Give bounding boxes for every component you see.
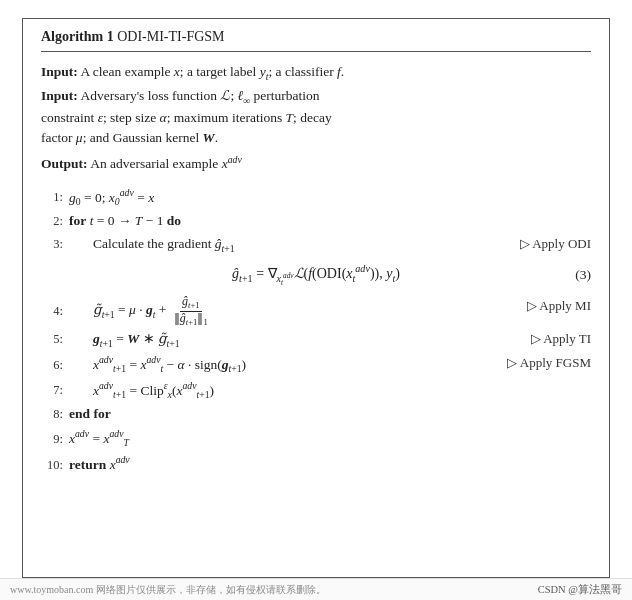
step-content-5: gt+1 = W ∗ g̃t+1: [69, 328, 591, 352]
algo-name: ODI-MI-TI-FGSM: [117, 29, 224, 44]
step-num-2: 2:: [41, 211, 69, 232]
steps-area: 1: g0 = 0; x0adv = x 2: for t = 0 → T − …: [41, 185, 591, 477]
step-content-1: g0 = 0; x0adv = x: [69, 185, 591, 211]
step-content-3: Calculate the gradient ĝt+1: [69, 233, 591, 257]
eq-content: ĝt+1 = ∇xtadvℒ(f(ODI(xtadv)), yt): [232, 266, 400, 281]
step-num-7: 7:: [41, 380, 69, 401]
step-num-4: 4:: [41, 301, 69, 322]
watermark-text: www.toymoban.com 网络图片仅供展示，非存储，如有侵权请联系删除。: [10, 583, 326, 597]
step-num-8: 8:: [41, 404, 69, 425]
step-num-6: 6:: [41, 355, 69, 376]
step-row-4: 4: g̃t+1 = μ · gt + ĝt+1 ‖ĝt+1‖1 ▷ Apply…: [41, 295, 591, 328]
output-block: Output: An adversarial example xadv: [41, 151, 591, 174]
page-container: Algorithm 1 ODI-MI-TI-FGSM Input: A clea…: [0, 0, 632, 600]
output-label: Output:: [41, 156, 88, 171]
algo-title-bar: Algorithm 1 ODI-MI-TI-FGSM: [41, 29, 591, 52]
step-row-10: 10: return xadv: [41, 452, 591, 476]
step-num-5: 5:: [41, 329, 69, 350]
step-row-5: 5: gt+1 = W ∗ g̃t+1 ▷ Apply TI: [41, 328, 591, 352]
step-row-1: 1: g0 = 0; x0adv = x: [41, 185, 591, 211]
algorithm-box: Algorithm 1 ODI-MI-TI-FGSM Input: A clea…: [22, 18, 610, 578]
step-content-10: return xadv: [69, 452, 591, 476]
step-comment-5: ▷ Apply TI: [531, 328, 591, 350]
input1-text: A clean example x; a target label yt; a …: [80, 64, 344, 79]
step-row-3: 3: Calculate the gradient ĝt+1 ▷ Apply O…: [41, 233, 591, 257]
step-num-1: 1:: [41, 187, 69, 208]
output-text: An adversarial example xadv: [90, 156, 242, 171]
step-content-7: xadvt+1 = Clipεx(xadvt+1): [69, 378, 591, 404]
csdn-label: CSDN @算法黑哥: [538, 583, 622, 597]
input2-text: Adversary's loss function ℒ; ℓ∞ perturba…: [41, 88, 332, 146]
footer-bar: www.toymoban.com 网络图片仅供展示，非存储，如有侵权请联系删除。…: [0, 578, 632, 600]
display-equation: ĝt+1 = ∇xtadvℒ(f(ODI(xtadv)), yt) (3): [41, 264, 591, 287]
input-block-2: Input: Adversary's loss function ℒ; ℓ∞ p…: [41, 86, 591, 150]
step-comment-3: ▷ Apply ODI: [520, 233, 591, 255]
step-content-9: xadv = xadvT: [69, 426, 591, 452]
step-num-10: 10:: [41, 455, 69, 476]
step-comment-6: ▷ Apply FGSM: [507, 352, 591, 374]
step-content-4: g̃t+1 = μ · gt + ĝt+1 ‖ĝt+1‖1: [69, 295, 591, 328]
input-block-1: Input: A clean example x; a target label…: [41, 62, 591, 84]
step-row-6: 6: xadvt+1 = xadvt − α · sign(gt+1) ▷ Ap…: [41, 352, 591, 378]
step-row-2: 2: for t = 0 → T − 1 do: [41, 210, 591, 233]
step-content-8: end for: [69, 403, 591, 426]
step-row-9: 9: xadv = xadvT: [41, 426, 591, 452]
step-row-8: 8: end for: [41, 403, 591, 426]
input1-label: Input:: [41, 64, 78, 79]
step-comment-4: ▷ Apply MI: [527, 295, 591, 317]
input2-label: Input:: [41, 88, 78, 103]
step-num-3: 3:: [41, 234, 69, 255]
step-num-9: 9:: [41, 429, 69, 450]
algo-label: Algorithm 1: [41, 29, 114, 44]
step-content-2: for t = 0 → T − 1 do: [69, 210, 591, 233]
step-row-7: 7: xadvt+1 = Clipεx(xadvt+1): [41, 378, 591, 404]
eq-number: (3): [575, 267, 591, 283]
